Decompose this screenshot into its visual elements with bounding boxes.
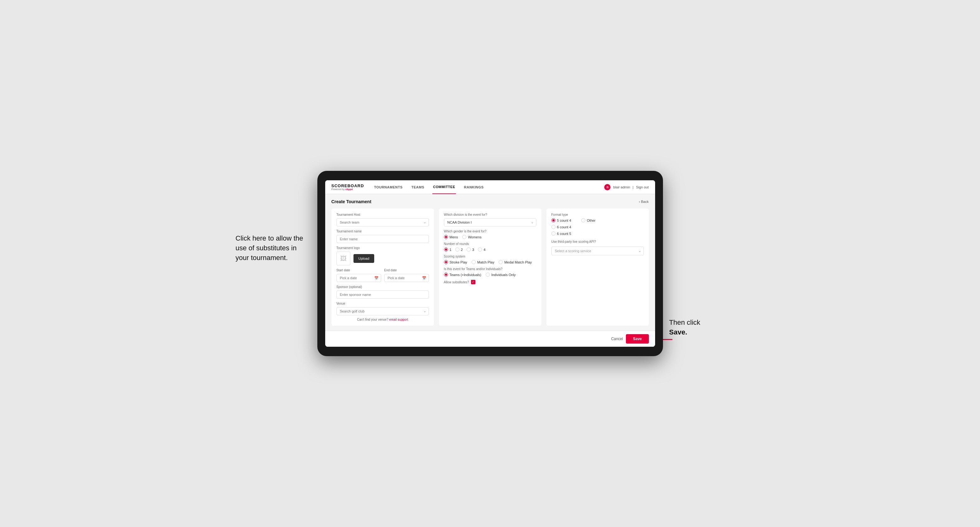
format-6count4[interactable]: 6 count 4 [551,225,571,229]
substitutes-label: Allow substitutes? [444,281,469,284]
radio-medal-icon [499,260,503,264]
end-date-field: End date 📅 [384,268,429,282]
nav-item-tournaments[interactable]: TOURNAMENTS [373,180,403,194]
radio-r2-icon [455,248,459,252]
event-type-label: Is this event for Teams and/or Individua… [444,267,536,271]
logo-placeholder: 🖼 [337,252,350,265]
event-individuals[interactable]: Individuals Only [486,273,516,277]
format-row-3: 6 count 5 [551,232,644,235]
radio-r1-icon [444,248,448,252]
nav-item-rankings[interactable]: RANKINGS [463,180,485,194]
end-date-wrapper: 📅 [384,274,429,282]
scoring-medal[interactable]: Medal Match Play [499,260,531,264]
venue-input[interactable] [337,307,429,315]
format-6count5[interactable]: 6 count 5 [551,232,571,235]
substitutes-checkbox[interactable] [471,280,476,284]
nav-item-teams[interactable]: TEAMS [410,180,425,194]
calendar-icon: 📅 [374,276,379,280]
format-options: 5 count 4 Other 6 count 4 [551,218,644,235]
scoring-system-label: Scoring system [444,255,536,258]
start-date-wrapper: 📅 [337,274,381,282]
avatar: B [604,184,611,190]
radio-mens-icon [444,235,448,239]
left-column: Tournament Host Tournament name Tourname… [331,208,434,326]
format-row-1: 5 count 4 Other [551,218,644,222]
scoring-api-select[interactable]: Select a scoring service [551,246,644,256]
image-icon: 🖼 [340,255,347,262]
calendar-icon-end: 📅 [422,276,426,280]
scoring-stroke[interactable]: Stroke Play [444,260,467,264]
gender-radio-group: Mens Womens [444,235,536,239]
radio-other-icon [581,218,585,222]
radio-r3-icon [466,248,471,252]
nav-user: B blair admin | Sign out [604,184,649,190]
scoring-radio-group: Stroke Play Match Play Medal Match Play [444,260,536,264]
logo-powered-text: Powered by clippd [331,188,364,190]
sponsor-label: Sponsor (optional) [337,285,429,289]
page-title: Create Tournament [331,199,371,204]
division-label: Which division is the event for? [444,213,536,216]
page-header: Create Tournament ‹ Back [331,199,649,204]
tournament-host-label: Tournament Host [337,213,429,216]
form-grid: Tournament Host Tournament name Tourname… [331,208,649,326]
tournament-name-input[interactable] [337,235,429,243]
format-row-2: 6 count 4 [551,225,644,229]
start-date-field: Start date 📅 [337,268,381,282]
user-name: blair admin [613,185,630,189]
navigation: SCOREBOARD Powered by clippd TOURNAMENTS… [325,180,655,194]
tournament-host-input[interactable] [337,218,429,227]
save-button[interactable]: Save [626,334,649,344]
gender-label: Which gender is the event for? [444,230,536,233]
gender-womens[interactable]: Womens [462,235,481,239]
radio-r4-icon [478,248,482,252]
nav-separator: | [633,185,633,189]
venue-wrapper [337,307,429,315]
tablet-screen: SCOREBOARD Powered by clippd TOURNAMENTS… [325,180,655,347]
scoring-match[interactable]: Match Play [472,260,494,264]
radio-individuals-icon [486,273,490,277]
annotation-left: Click here to allow the use of substitut… [235,234,311,263]
sponsor-input[interactable] [337,290,429,299]
format-5count4[interactable]: 5 count 4 [551,218,571,222]
division-select[interactable]: NCAA Division I [444,218,536,227]
format-type-label: Format type [551,213,644,216]
scoring-api-label: Use third-party live scoring API? [551,240,644,243]
format-other[interactable]: Other [581,218,596,222]
radio-match-icon [472,260,476,264]
event-teams[interactable]: Teams (+Individuals) [444,273,481,277]
right-column: Format type 5 count 4 Other [546,208,649,326]
radio-stroke-icon [444,260,448,264]
substitutes-field[interactable]: Allow substitutes? [444,280,536,284]
middle-column: Which division is the event for? NCAA Di… [439,208,541,326]
logo-upload-area: 🖼 Upload [337,252,429,265]
event-type-radio-group: Teams (+Individuals) Individuals Only [444,273,536,277]
nav-items: TOURNAMENTS TEAMS COMMITTEE RANKINGS [373,180,604,194]
scoring-api-wrapper: Select a scoring service [551,246,644,256]
rounds-label: Number of rounds [444,242,536,246]
round-3[interactable]: 3 [466,248,474,252]
upload-button[interactable]: Upload [353,254,374,263]
radio-5c4-icon [551,218,555,222]
start-date-label: Start date [337,268,381,272]
tournament-name-label: Tournament name [337,230,429,233]
email-support-link[interactable]: email support [389,318,408,321]
app-logo: SCOREBOARD Powered by clippd [331,184,364,190]
gender-mens[interactable]: Mens [444,235,458,239]
tournament-host-wrapper [337,218,429,227]
round-2[interactable]: 2 [455,248,463,252]
round-4[interactable]: 4 [478,248,485,252]
venue-label: Venue [337,302,429,305]
page-content: Create Tournament ‹ Back Tournament Host… [325,194,655,331]
nav-item-committee[interactable]: COMMITTEE [432,180,456,194]
annotation-right: Then click Save. [669,318,732,337]
sign-out-link[interactable]: Sign out [636,185,649,189]
back-link[interactable]: ‹ Back [639,200,649,203]
round-1[interactable]: 1 [444,248,452,252]
cancel-button[interactable]: Cancel [611,337,623,341]
logo-scoreboard-text: SCOREBOARD [331,184,364,188]
radio-6c4-icon [551,225,555,229]
radio-6c5-icon [551,232,555,235]
radio-teams-icon [444,273,448,277]
dates-row: Start date 📅 End date 📅 [337,268,429,282]
tablet-device: SCOREBOARD Powered by clippd TOURNAMENTS… [317,171,663,356]
